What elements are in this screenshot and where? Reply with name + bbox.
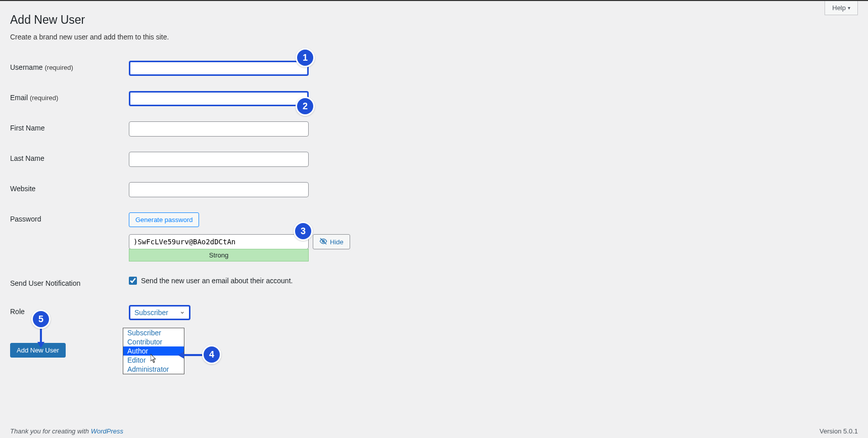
hide-label: Hide [330,238,344,246]
last-name-input[interactable] [129,152,309,167]
username-input[interactable] [129,61,309,76]
footer-thanks: Thank you for creating with WordPress [10,427,123,435]
role-dropdown-open[interactable]: Subscriber Contributor Author Editor Adm… [123,328,184,374]
annotation-5-arrow-head [37,342,44,348]
send-notification-text: Send the new user an email about their a… [141,277,293,285]
send-notification-label: Send User Notification [10,279,80,287]
send-notification-wrapper[interactable]: Send the new user an email about their a… [129,277,853,285]
send-notification-checkbox[interactable] [129,277,137,285]
annotation-4-arrow-head [178,352,184,359]
website-input[interactable] [129,182,309,197]
first-name-label: First Name [10,124,44,132]
help-button[interactable]: Help [825,1,858,15]
role-option-administrator[interactable]: Administrator [123,365,184,374]
password-label: Password [10,215,41,223]
password-input[interactable] [129,234,309,249]
annotation-4: 4 [202,345,221,364]
annotation-4-arrow-line [183,354,203,356]
footer-version: Version 5.0.1 [819,427,858,435]
wordpress-link[interactable]: WordPress [91,427,123,435]
username-label: Username [10,63,43,71]
eye-slash-icon [319,237,327,247]
page-title: Add New User [10,13,858,27]
annotation-2: 2 [296,97,315,116]
password-strength: Strong [129,249,309,261]
role-option-editor[interactable]: Editor [123,356,184,365]
last-name-label: Last Name [10,154,44,162]
annotation-3: 3 [294,222,313,241]
website-label: Website [10,185,35,193]
role-option-author[interactable]: Author [123,346,184,356]
annotation-5: 5 [31,310,51,329]
annotation-1: 1 [296,48,315,67]
username-required: (required) [44,64,73,71]
email-label: Email [10,94,28,102]
role-option-contributor[interactable]: Contributor [123,337,184,346]
help-label: Help [832,4,846,12]
email-input[interactable] [129,91,309,106]
page-subtitle: Create a brand new user and add them to … [10,33,858,41]
role-label: Role [10,308,25,316]
role-select[interactable]: Subscriber [129,305,190,320]
role-option-subscriber[interactable]: Subscriber [123,328,184,337]
annotation-5-arrow-line [40,329,42,343]
hide-password-button[interactable]: Hide [313,234,350,249]
generate-password-button[interactable]: Generate password [129,212,199,227]
email-required: (required) [30,94,58,102]
first-name-input[interactable] [129,121,309,137]
